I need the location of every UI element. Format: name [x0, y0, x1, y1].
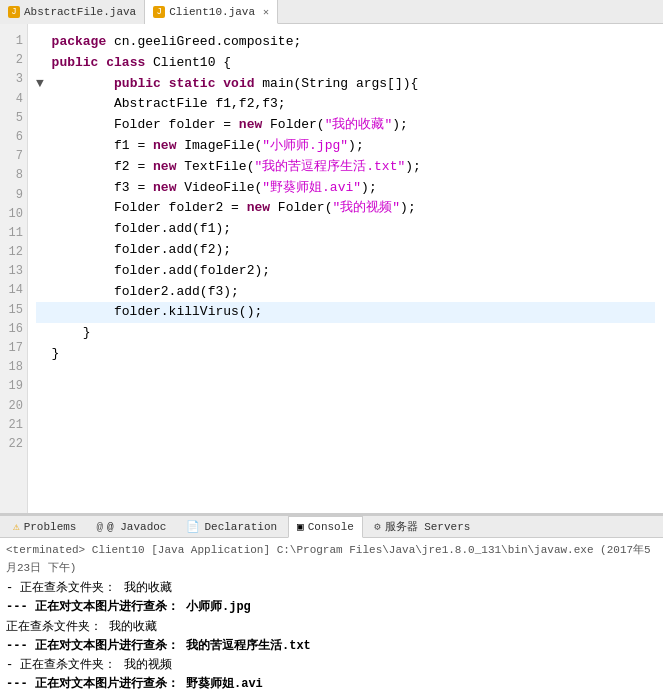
console-line: --- 正在对文本图片进行查杀： 野葵师姐.avi [6, 675, 657, 694]
console-lines: - 正在查杀文件夹： 我的收藏--- 正在对文本图片进行查杀： 小师师.jpg正… [6, 579, 657, 694]
tab-abstractfile[interactable]: J AbstractFile.java [0, 0, 145, 24]
tab-declaration[interactable]: 📄 Declaration [177, 516, 286, 538]
console-line: --- 正在对文本图片进行查杀： 小师师.jpg [6, 598, 657, 617]
console-line: 正在查杀文件夹： 我的收藏 [6, 618, 657, 637]
tab-console[interactable]: ▣ Console [288, 516, 363, 538]
code-content[interactable]: package cn.geeliGreed.composite; public … [28, 24, 663, 513]
console-icon: ▣ [297, 520, 304, 533]
tab-servers-label: 服务器 Servers [385, 519, 471, 534]
java-file-icon-2: J [153, 6, 165, 18]
bottom-tab-bar: ⚠ Problems @ @ Javadoc 📄 Declaration ▣ C… [0, 516, 663, 538]
console-line: - 正在查杀文件夹： 我的收藏 [6, 579, 657, 598]
tab-bar: J AbstractFile.java J Client10.java ✕ [0, 0, 663, 24]
tab-console-label: Console [308, 521, 354, 533]
console-area[interactable]: <terminated> Client10 [Java Application]… [0, 538, 663, 696]
problems-icon: ⚠ [13, 520, 20, 533]
javadoc-icon: @ [96, 521, 103, 533]
tab-close-icon[interactable]: ✕ [263, 6, 269, 18]
declaration-icon: 📄 [186, 520, 200, 533]
tab-problems[interactable]: ⚠ Problems [4, 516, 85, 538]
tab-abstractfile-label: AbstractFile.java [24, 6, 136, 18]
bottom-panel: ⚠ Problems @ @ Javadoc 📄 Declaration ▣ C… [0, 514, 663, 696]
tab-problems-label: Problems [24, 521, 77, 533]
console-header: <terminated> Client10 [Java Application]… [6, 542, 657, 577]
tab-servers[interactable]: ⚙ 服务器 Servers [365, 516, 479, 538]
servers-icon: ⚙ [374, 520, 381, 533]
tab-client10-label: Client10.java [169, 6, 255, 18]
console-line: - 正在查杀文件夹： 我的视频 [6, 656, 657, 675]
tab-client10[interactable]: J Client10.java ✕ [145, 0, 278, 24]
code-editor[interactable]: 12345678910111213141516171819202122 pack… [0, 24, 663, 514]
tab-declaration-label: Declaration [204, 521, 277, 533]
tab-javadoc-label: @ Javadoc [107, 521, 166, 533]
line-numbers: 12345678910111213141516171819202122 [0, 24, 28, 513]
tab-javadoc[interactable]: @ @ Javadoc [87, 516, 175, 538]
console-line: --- 正在对文本图片进行查杀： 我的苦逗程序生活.txt [6, 637, 657, 656]
java-file-icon: J [8, 6, 20, 18]
